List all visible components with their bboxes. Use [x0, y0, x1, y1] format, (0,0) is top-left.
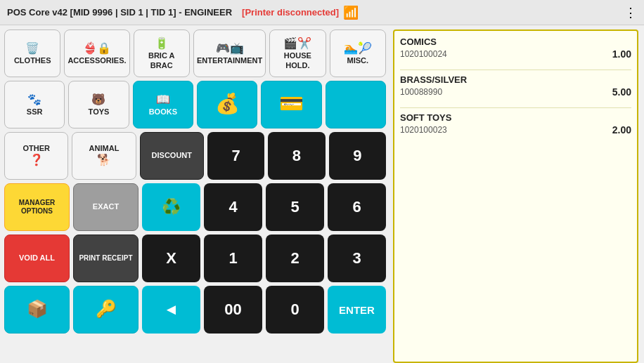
clothes-button[interactable]: 🗑️ CLOTHES: [4, 29, 60, 77]
num-6-button[interactable]: 6: [328, 183, 386, 231]
recycle-button[interactable]: ♻️: [142, 183, 200, 231]
misc-button[interactable]: 🏊🎾 MISC.: [330, 29, 386, 77]
x-button[interactable]: X: [142, 235, 200, 282]
enter-button[interactable]: ENTER: [328, 286, 386, 334]
receipt-item-1: COMICS 1020100024 1.00: [400, 37, 631, 60]
num-2-button[interactable]: 2: [266, 235, 324, 282]
num-3-button[interactable]: 3: [328, 235, 386, 282]
receipt-item-2-price: 5.00: [612, 86, 631, 98]
box-icon: 📦: [27, 299, 48, 319]
void-all-button[interactable]: VOID ALL: [4, 235, 70, 282]
ssr-button[interactable]: 🐾 SSR: [4, 81, 65, 128]
box-button[interactable]: 📦: [4, 286, 70, 334]
books-icon: 📖: [156, 93, 170, 106]
num-5-button[interactable]: 5: [266, 183, 324, 231]
receipt-item-1-code: 1020100024: [400, 49, 447, 59]
other-button[interactable]: OTHER ❓: [4, 132, 68, 180]
moneybag-button[interactable]: 💰: [197, 81, 257, 128]
creditcard-button[interactable]: 💳: [261, 81, 321, 128]
bric-a-brac-button[interactable]: 🔋 BRIC A BRAC: [134, 29, 190, 77]
more-menu-icon[interactable]: ⋮: [624, 5, 637, 20]
misc-icon: 🏊🎾: [344, 41, 372, 55]
receipt-item-3-code: 1020100023: [400, 125, 447, 135]
key-button[interactable]: 🔑: [73, 286, 139, 334]
receipt-item-2-code: 100088990: [400, 87, 442, 97]
num-9-button[interactable]: 9: [329, 132, 386, 180]
key-icon: 🔑: [96, 299, 117, 319]
household-button[interactable]: 🎬✂️ HOUSE HOLD.: [269, 29, 326, 77]
books-button[interactable]: 📖 BOOKS: [133, 81, 193, 128]
row-3: OTHER ❓ ANIMAL 🐕 DISCOUNT 7 8 9: [4, 132, 386, 180]
manager-options-button[interactable]: MANAGER OPTIONS: [4, 183, 70, 231]
entertainment-button[interactable]: 🎮📺 ENTERTAINMENT: [193, 29, 266, 77]
num-00-button[interactable]: 00: [204, 286, 262, 334]
receipt-item-1-name: COMICS: [400, 37, 631, 47]
category-row-2: 🐾 SSR 🐻 TOYS 📖 BOOKS 💰 💳: [4, 81, 386, 128]
other-icon: ❓: [30, 153, 44, 166]
entertainment-icon: 🎮📺: [216, 41, 244, 55]
num-1-button[interactable]: 1: [204, 235, 262, 282]
toys-button[interactable]: 🐻 TOYS: [68, 81, 129, 128]
toys-icon: 🐻: [91, 93, 105, 106]
app-title: POS Core v42 [MID 9996 | SID 1 | TID 1] …: [7, 7, 232, 18]
moneybag-icon: 💰: [215, 92, 240, 116]
num-0-button[interactable]: 0: [266, 286, 324, 334]
accessories-icon: 👙🔒: [83, 41, 111, 55]
left-panel: 🗑️ CLOTHES 👙🔒 ACCESSORIES. 🔋 BRIC A BRAC…: [0, 25, 390, 363]
receipt-item-1-price: 1.00: [612, 48, 631, 60]
discount-button[interactable]: DISCOUNT: [140, 132, 204, 180]
blank-cyan-button[interactable]: [326, 81, 386, 128]
receipt-item-2: BRASS/SILVER 100088990 5.00: [400, 74, 631, 98]
ssr-icon: 🐾: [27, 93, 41, 106]
row-5: VOID ALL PRINT RECEIPT X 1 2 3: [4, 235, 386, 282]
receipt-item-3-name: SOFT TOYS: [400, 112, 631, 123]
main-layout: 🗑️ CLOTHES 👙🔒 ACCESSORIES. 🔋 BRIC A BRAC…: [0, 25, 644, 363]
clothes-icon: 🗑️: [25, 41, 39, 55]
header: POS Core v42 [MID 9996 | SID 1 | TID 1] …: [0, 0, 644, 25]
receipt-divider-2: [400, 107, 631, 108]
animal-icon: 🐕: [97, 153, 111, 166]
printer-status: [Printer disconnected]: [242, 7, 339, 18]
back-button[interactable]: ◄: [142, 286, 200, 334]
receipt-area: COMICS 1020100024 1.00 BRASS/SILVER 1000…: [393, 29, 638, 363]
accessories-button[interactable]: 👙🔒 ACCESSORIES.: [64, 29, 129, 77]
household-icon: 🎬✂️: [283, 37, 311, 50]
right-panel: COMICS 1020100024 1.00 BRASS/SILVER 1000…: [390, 25, 644, 363]
num-7-button[interactable]: 7: [207, 132, 264, 180]
category-row-1: 🗑️ CLOTHES 👙🔒 ACCESSORIES. 🔋 BRIC A BRAC…: [4, 29, 386, 77]
wifi-warning-icon: 📶: [343, 5, 359, 20]
num-8-button[interactable]: 8: [268, 132, 325, 180]
animal-button[interactable]: ANIMAL 🐕: [72, 132, 136, 180]
receipt-item-3: SOFT TOYS 1020100023 2.00: [400, 112, 631, 136]
creditcard-icon: 💳: [279, 92, 304, 116]
num-4-button[interactable]: 4: [204, 183, 262, 231]
bric-icon: 🔋: [155, 37, 169, 50]
back-icon: ◄: [164, 301, 179, 319]
receipt-item-2-name: BRASS/SILVER: [400, 74, 631, 85]
row-4: MANAGER OPTIONS EXACT ♻️ 4 5 6: [4, 183, 386, 231]
receipt-item-3-price: 2.00: [612, 124, 631, 136]
print-receipt-button[interactable]: PRINT RECEIPT: [73, 235, 139, 282]
recycle-icon: ♻️: [162, 198, 181, 216]
row-6: 📦 🔑 ◄ 00 0 ENTER: [4, 286, 386, 334]
exact-button[interactable]: EXACT: [73, 183, 139, 231]
receipt-divider-1: [400, 70, 631, 70]
